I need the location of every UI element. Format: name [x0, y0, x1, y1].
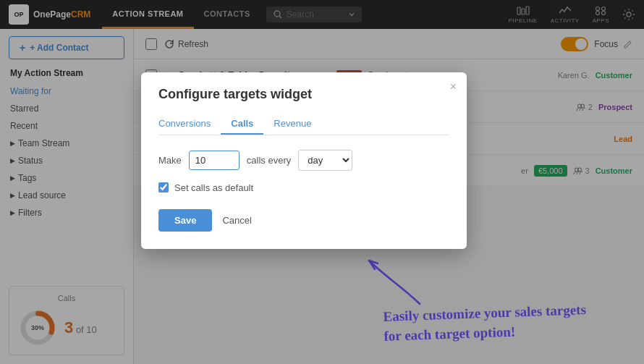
modal-default-checkbox-row: Set calls as default	[158, 182, 449, 193]
set-default-checkbox[interactable]	[158, 182, 169, 192]
modal-tab-revenue[interactable]: Revenue	[263, 114, 321, 135]
modal-tab-calls[interactable]: Calls	[221, 114, 263, 135]
default-checkbox-label: Set calls as default	[174, 182, 253, 193]
modal-actions: Save Cancel	[158, 209, 449, 232]
annotation-text: Easily customize your sales targets for …	[383, 300, 587, 346]
modal-overlay: × Configure targets widget Conversions C…	[0, 0, 644, 364]
modal-save-button[interactable]: Save	[158, 209, 212, 232]
make-label: Make	[158, 155, 182, 166]
modal-close-button[interactable]: ×	[450, 81, 457, 93]
configure-targets-modal: × Configure targets widget Conversions C…	[141, 72, 467, 249]
modal-tabs: Conversions Calls Revenue	[158, 114, 449, 135]
annotation-arrow	[362, 253, 434, 311]
modal-tab-conversions[interactable]: Conversions	[158, 114, 221, 135]
modal-cancel-button[interactable]: Cancel	[222, 215, 251, 226]
modal-body: Make calls every day week month Set call…	[158, 150, 449, 232]
every-label: calls every	[247, 155, 291, 166]
annotation-container: Easily customize your sales targets for …	[384, 304, 630, 342]
period-select[interactable]: day week month	[298, 150, 352, 171]
calls-count-input[interactable]	[189, 151, 240, 170]
modal-calls-row: Make calls every day week month	[158, 150, 449, 171]
modal-title: Configure targets widget	[158, 87, 449, 102]
